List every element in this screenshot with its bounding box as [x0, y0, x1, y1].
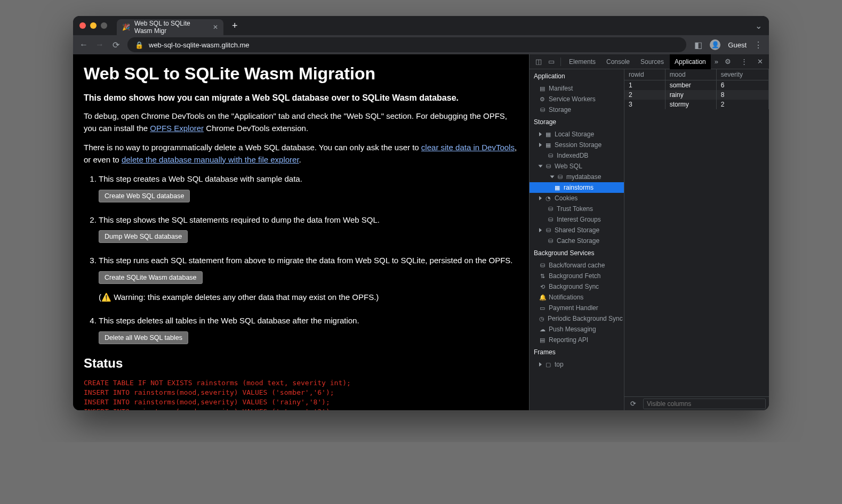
db-icon: ▦ [545, 142, 551, 149]
close-devtools-icon[interactable]: ✕ [755, 58, 766, 66]
sidebar-item-reporting[interactable]: ▤Reporting API [530, 335, 624, 345]
new-tab-button[interactable]: + [232, 20, 238, 31]
step-4: This steps deletes all tables in the Web… [99, 315, 518, 344]
sidebar-item-trust-tokens[interactable]: ⛁Trust Tokens [530, 204, 624, 214]
toolbar: ← → ⟳ 🔒 web-sql-to-sqlite-wasm.glitch.me… [73, 35, 769, 54]
delete-tables-button[interactable]: Delete all Web SQL tables [99, 331, 188, 344]
col-rowid[interactable]: rowid [624, 69, 665, 80]
table-icon: ▦ [554, 184, 560, 191]
lock-icon: 🔒 [135, 41, 143, 49]
sync-icon: ⟲ [539, 283, 546, 290]
sidebar-item-interest-groups[interactable]: ⛁Interest Groups [530, 214, 624, 225]
sidebar-item-push[interactable]: ☁Push Messaging [530, 324, 624, 335]
cookie-icon: ◔ [545, 195, 551, 202]
sidebar-item-local-storage[interactable]: ▦Local Storage [530, 129, 624, 140]
close-tab-icon[interactable]: ✕ [213, 23, 218, 31]
sidebar-item-session-storage[interactable]: ▦Session Storage [530, 140, 624, 150]
expand-icon [550, 176, 555, 178]
device-icon[interactable]: ▭ [546, 58, 557, 66]
create-websql-button[interactable]: Create Web SQL database [99, 190, 190, 202]
minimize-window-button[interactable] [90, 22, 97, 29]
data-table: rowid mood severity 1somber6 2rainy8 3st… [624, 69, 769, 396]
more-tabs-icon[interactable]: » [712, 58, 721, 66]
devtools-tabbar: ◫ ▭ Elements Console Sources Application… [530, 54, 769, 69]
col-mood[interactable]: mood [665, 69, 716, 80]
col-severity[interactable]: severity [716, 69, 768, 80]
devtools-footer: ⟳ [624, 396, 769, 410]
section-frames: Frames [530, 345, 624, 359]
page-heading: Web SQL to SQLite Wasm Migration [84, 64, 518, 84]
tab-title: Web SQL to SQLite Wasm Migr [134, 20, 209, 35]
kebab-icon[interactable]: ⋮ [738, 58, 750, 66]
tab-sources[interactable]: Sources [636, 54, 669, 69]
gear-small-icon: ⚙ [539, 96, 546, 103]
sidebar-item-bfcache[interactable]: ⛁Back/forward cache [530, 260, 624, 271]
panel-icon[interactable]: ◧ [694, 40, 702, 50]
sidebar-item-web-sql[interactable]: ⛁Web SQL [530, 161, 624, 172]
card-icon: ▭ [539, 305, 546, 312]
profile-avatar-icon[interactable]: 👤 [710, 39, 720, 50]
inspect-icon[interactable]: ◫ [533, 58, 544, 66]
paragraph-delete: There is no way to programmatically dele… [84, 142, 518, 166]
opfs-explorer-link[interactable]: OPFS Explorer [150, 124, 204, 133]
reload-button[interactable]: ⟳ [111, 40, 120, 50]
sidebar-item-top[interactable]: ▢top [530, 359, 624, 370]
close-window-button[interactable] [79, 22, 86, 29]
expand-icon [539, 362, 542, 367]
steps-list: This step creates a Web SQL database wit… [99, 173, 518, 344]
sidebar-item-service-workers[interactable]: ⚙Service Workers [530, 94, 624, 104]
table-row[interactable]: 2rainy8 [624, 90, 769, 100]
cloud-icon: ☁ [539, 326, 546, 333]
paragraph-debug: To debug, open Chrome DevTools on the "A… [84, 110, 518, 134]
delete-manually-link[interactable]: delete the database manually with the fi… [122, 155, 299, 164]
sidebar-item-mydatabase[interactable]: ⛁mydatabase [530, 172, 624, 182]
browser-window: 🎉 Web SQL to SQLite Wasm Migr ✕ + ⌄ ← → … [73, 16, 769, 410]
visible-columns-input[interactable] [643, 399, 766, 409]
sidebar-item-periodic-sync[interactable]: ◷Periodic Background Sync [530, 313, 624, 324]
devtools-body: Application ▤Manifest ⚙Service Workers ⛁… [530, 69, 769, 410]
sidebar-item-payment[interactable]: ▭Payment Handler [530, 303, 624, 313]
sidebar-item-notifications[interactable]: 🔔Notifications [530, 292, 624, 303]
titlebar: 🎉 Web SQL to SQLite Wasm Migr ✕ + ⌄ [73, 16, 769, 35]
step-3: This step runs each SQL statement from a… [99, 255, 518, 303]
forward-button[interactable]: → [95, 40, 104, 50]
back-button[interactable]: ← [79, 40, 88, 50]
db-icon: ⛁ [547, 238, 554, 245]
tab-console[interactable]: Console [602, 54, 635, 69]
bell-icon: 🔔 [539, 294, 546, 301]
devtools-main: rowid mood severity 1somber6 2rainy8 3st… [624, 69, 769, 410]
dump-websql-button[interactable]: Dump Web SQL database [99, 230, 188, 243]
sidebar-item-shared-storage[interactable]: ⛁Shared Storage [530, 225, 624, 235]
expand-icon [539, 132, 542, 136]
db-icon: ⛁ [547, 152, 554, 159]
table-row[interactable]: 1somber6 [624, 80, 769, 91]
sidebar-item-manifest[interactable]: ▤Manifest [530, 83, 624, 94]
sidebar-item-cookies[interactable]: ◔Cookies [530, 193, 624, 204]
sidebar-item-bg-fetch[interactable]: ⇅Background Fetch [530, 271, 624, 281]
table-row[interactable]: 3stormy2 [624, 100, 769, 109]
expand-icon [539, 228, 542, 232]
sidebar-item-rainstorms[interactable]: ▦rainstorms [530, 182, 624, 193]
gear-icon[interactable]: ⚙ [722, 58, 734, 66]
tab-elements[interactable]: Elements [564, 54, 600, 69]
refresh-icon[interactable]: ⟳ [628, 400, 639, 408]
url-text: web-sql-to-sqlite-wasm.glitch.me [149, 41, 250, 49]
sidebar-item-bg-sync[interactable]: ⟲Background Sync [530, 281, 624, 292]
sidebar-item-storage[interactable]: ⛁Storage [530, 104, 624, 115]
clear-site-data-link[interactable]: clear site data in DevTools [421, 143, 515, 152]
maximize-window-button[interactable] [101, 22, 107, 29]
page-content: Web SQL to SQLite Wasm Migration This de… [73, 54, 529, 410]
tab-application[interactable]: Application [670, 54, 711, 69]
chevron-down-icon[interactable]: ⌄ [754, 21, 763, 31]
address-bar[interactable]: 🔒 web-sql-to-sqlite-wasm.glitch.me [127, 37, 686, 52]
sidebar-item-indexeddb[interactable]: ⛁IndexedDB [530, 150, 624, 161]
menu-icon[interactable]: ⋮ [754, 40, 763, 50]
warning-text: (⚠️ Warning: this example deletes any ot… [99, 291, 518, 304]
tab-favicon-icon: 🎉 [122, 23, 130, 31]
expand-icon [539, 196, 542, 200]
create-sqlite-button[interactable]: Create SQLite Wasm database [99, 271, 203, 284]
sidebar-item-cache-storage[interactable]: ⛁Cache Storage [530, 235, 624, 246]
expand-icon [539, 143, 542, 147]
browser-tab[interactable]: 🎉 Web SQL to SQLite Wasm Migr ✕ [117, 19, 223, 35]
status-heading: Status [84, 356, 518, 371]
